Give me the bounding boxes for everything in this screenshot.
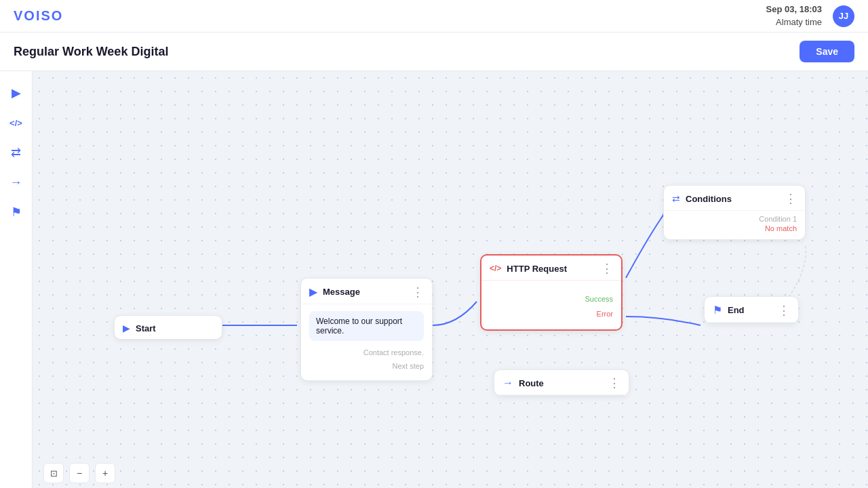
start-node-title: Start [136, 323, 156, 333]
route-title-group: → Route [502, 377, 544, 389]
conditions-node[interactable]: ⇄ Conditions ⋮ Condition 1 No match [663, 185, 806, 240]
message-title-group: ▶ Message [309, 285, 360, 298]
topnav: VOISO Sep 03, 18:03 Almaty time JJ [0, 0, 868, 33]
conditions-title-group: ⇄ Conditions [672, 193, 732, 204]
end-node[interactable]: ⚑ End ⋮ [704, 296, 799, 323]
flag-tool-button[interactable]: ⚑ [5, 201, 27, 223]
condition-label: Condition 1 [672, 215, 797, 223]
transfer-tool-button[interactable]: ⇄ [5, 142, 27, 163]
fit-screen-button[interactable]: ⊡ [43, 463, 64, 483]
end-node-header: ⚑ End ⋮ [705, 297, 798, 323]
route-node-title: Route [519, 378, 544, 388]
page-title: Regular Work Week Digital [14, 45, 168, 59]
canvas-area: ▶ </> ⇄ → ⚑ ▶ Start [0, 71, 868, 488]
end-node-title: End [728, 305, 745, 315]
success-label: Success [490, 291, 613, 306]
arrow-tool-button[interactable]: → [5, 171, 27, 193]
http-menu-icon[interactable]: ⋮ [601, 262, 613, 274]
save-button[interactable]: Save [800, 41, 854, 62]
conditions-body: Condition 1 No match [664, 211, 805, 239]
error-label: Error [490, 306, 613, 321]
route-menu-icon[interactable]: ⋮ [608, 377, 620, 389]
fit-screen-icon: ⊡ [50, 468, 58, 479]
conditions-node-title: Conditions [686, 194, 732, 204]
play-tool-button[interactable]: ▶ [5, 82, 27, 104]
logo-text: VOISO [14, 8, 63, 24]
end-menu-icon[interactable]: ⋮ [778, 304, 790, 317]
http-node-icon: </> [490, 264, 501, 273]
zoom-out-icon: − [77, 468, 82, 479]
route-node-icon: → [502, 377, 513, 389]
conditions-node-icon: ⇄ [672, 193, 680, 204]
start-node-header: ▶ Start [115, 316, 222, 339]
datetime-display: Sep 03, 18:03 Almaty time [766, 3, 822, 28]
nav-right: Sep 03, 18:03 Almaty time JJ [766, 3, 854, 28]
canvas-controls: ⊡ − + [43, 463, 115, 483]
contact-response-label: Contact response. [309, 346, 424, 360]
message-footer: Contact response. Next step [309, 346, 424, 373]
start-title-group: ▶ Start [123, 323, 156, 333]
http-node-header: </> HTTP Request ⋮ [481, 256, 621, 281]
timezone-text: Almaty time [766, 16, 822, 28]
conditions-node-header: ⇄ Conditions ⋮ [664, 186, 805, 211]
page-header: Regular Work Week Digital Save [0, 33, 868, 71]
route-node-header: → Route ⋮ [494, 370, 629, 395]
end-node-icon: ⚑ [713, 304, 722, 317]
message-node-title: Message [323, 287, 360, 297]
code-tool-button[interactable]: </> [5, 112, 27, 134]
zoom-out-button[interactable]: − [69, 463, 90, 483]
start-node[interactable]: ▶ Start [114, 315, 222, 340]
connections-svg [33, 71, 868, 488]
http-request-node[interactable]: </> HTTP Request ⋮ Success Error [480, 254, 623, 331]
end-title-group: ⚑ End [713, 304, 745, 317]
start-node-icon: ▶ [123, 323, 130, 333]
http-title-group: </> HTTP Request [490, 264, 567, 274]
message-node-header: ▶ Message ⋮ [301, 279, 432, 304]
zoom-in-button[interactable]: + [95, 463, 115, 483]
sidebar-tools: ▶ </> ⇄ → ⚑ [0, 71, 33, 488]
message-bubble: Welcome to our support service. [309, 311, 424, 341]
canvas[interactable]: ▶ Start ▶ Message ⋮ Welcome to our suppo… [33, 71, 868, 488]
message-menu-icon[interactable]: ⋮ [412, 286, 424, 298]
next-step-label: Next step [309, 360, 424, 373]
zoom-in-icon: + [102, 468, 108, 479]
message-node-icon: ▶ [309, 285, 317, 298]
avatar[interactable]: JJ [833, 5, 854, 27]
message-node[interactable]: ▶ Message ⋮ Welcome to our support servi… [300, 278, 433, 381]
no-match-label: No match [672, 224, 797, 232]
conditions-menu-icon[interactable]: ⋮ [785, 192, 797, 205]
http-node-title: HTTP Request [507, 264, 567, 274]
logo: VOISO [14, 8, 63, 24]
http-labels: Success Error [490, 287, 613, 323]
time-text: Sep 03, 18:03 [766, 3, 822, 16]
route-node[interactable]: → Route ⋮ [494, 369, 629, 396]
message-node-body: Welcome to our support service. Contact … [301, 304, 432, 380]
http-node-body: Success Error [481, 281, 621, 329]
